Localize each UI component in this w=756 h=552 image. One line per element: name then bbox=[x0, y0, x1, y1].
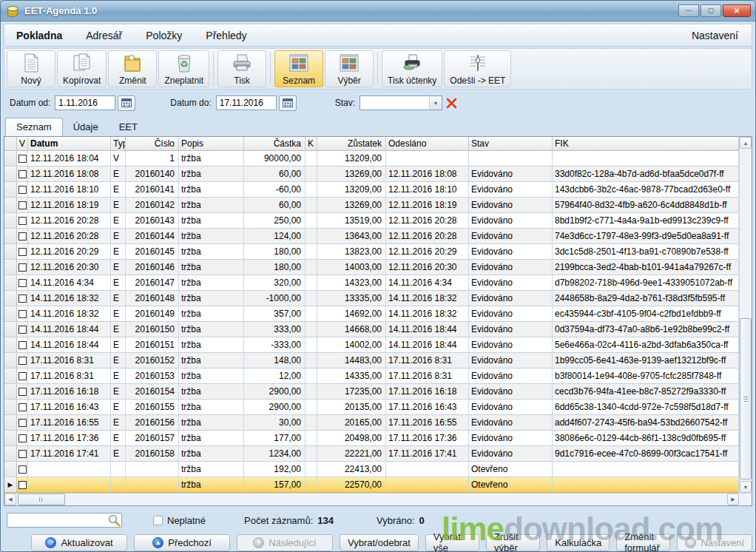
send-eet-button[interactable]: Odešli -> EET bbox=[444, 50, 511, 87]
table-row[interactable]: 12.11.2016 20:30E20160146tržba180,001400… bbox=[4, 260, 739, 275]
table-row[interactable]: 12.11.2016 20:28E20160144tržba124,001364… bbox=[4, 229, 739, 244]
row-checkbox[interactable] bbox=[18, 279, 27, 287]
table-row[interactable]: ▶tržba157,0022570,00Otevřeno bbox=[4, 477, 739, 493]
clear-selection-button[interactable]: Zrušit výběr bbox=[486, 534, 540, 551]
row-checkbox[interactable] bbox=[18, 263, 27, 272]
row-checkbox[interactable] bbox=[18, 310, 27, 318]
table-row[interactable]: 12.11.2016 20:28E20160143tržba250,001351… bbox=[4, 213, 739, 229]
row-checkbox[interactable] bbox=[18, 155, 27, 163]
table-row[interactable]: 14.11.2016 4:34E20160147tržba320,0014323… bbox=[4, 275, 739, 291]
date-to-calendar-button[interactable] bbox=[279, 95, 297, 111]
date-from-calendar-button[interactable] bbox=[118, 95, 135, 111]
row-checkbox[interactable] bbox=[18, 450, 27, 458]
row-checkbox[interactable] bbox=[18, 217, 27, 225]
menu-nastaveni[interactable]: Nastavení bbox=[687, 27, 743, 44]
horizontal-scrollbar[interactable]: ◀ ▶ bbox=[4, 493, 752, 505]
table-row[interactable]: 12.11.2016 18:10E20160141tržba-60,001320… bbox=[4, 182, 739, 198]
row-checkbox[interactable] bbox=[18, 170, 27, 178]
neplatne-checkbox[interactable] bbox=[153, 516, 163, 525]
row-checkbox[interactable] bbox=[18, 419, 27, 427]
new-button[interactable]: Nový bbox=[7, 50, 55, 87]
column-header-v[interactable]: V bbox=[17, 137, 28, 151]
column-header-fik[interactable]: FIK bbox=[553, 137, 739, 151]
calculator-button[interactable]: Kalkulačka bbox=[547, 534, 610, 551]
menu-polozky[interactable]: Položky bbox=[134, 27, 194, 44]
table-row[interactable]: 17.11.2016 16:55E20160156tržba30,0020165… bbox=[4, 415, 739, 431]
table-row[interactable]: 17.11.2016 16:18E20160154tržba2900,00172… bbox=[4, 384, 739, 400]
close-button[interactable]: ✕ bbox=[723, 4, 751, 17]
search-input[interactable] bbox=[7, 513, 122, 528]
column-header-odeslano[interactable]: Odesláno bbox=[386, 137, 469, 151]
row-checkbox[interactable] bbox=[18, 326, 27, 334]
row-checkbox[interactable] bbox=[18, 294, 27, 303]
change-button[interactable]: Změnit bbox=[108, 50, 157, 87]
row-checkbox[interactable] bbox=[18, 248, 27, 256]
state-combobox[interactable]: ▼ bbox=[360, 95, 442, 110]
scroll-up-button[interactable]: ▲ bbox=[740, 137, 752, 149]
change-form-button[interactable]: Změnit formulář bbox=[616, 534, 670, 551]
vertical-scrollbar[interactable]: ▲ ▼ bbox=[739, 137, 752, 493]
scroll-right-button[interactable]: ▶ bbox=[727, 494, 739, 505]
table-row[interactable]: 12.11.2016 18:04V1tržba90000,0013209,00 bbox=[4, 151, 739, 166]
table-row[interactable]: 14.11.2016 18:32E20160148tržba-1000,0013… bbox=[4, 291, 739, 306]
row-checkbox[interactable] bbox=[18, 465, 27, 474]
menu-pokladna[interactable]: Pokladna bbox=[13, 27, 74, 44]
row-checkbox[interactable] bbox=[18, 357, 27, 365]
chevron-down-icon[interactable]: ▼ bbox=[429, 96, 442, 110]
row-checkbox[interactable] bbox=[18, 201, 27, 209]
column-header-stav[interactable]: Stav bbox=[469, 137, 553, 151]
horizontal-scroll-thumb[interactable] bbox=[18, 494, 65, 505]
minimize-button[interactable]: — bbox=[678, 4, 699, 17]
table-row[interactable]: 14.11.2016 18:32E20160149tržba357,001469… bbox=[4, 306, 739, 322]
column-header-typ[interactable]: Typ bbox=[111, 137, 126, 151]
row-checkbox[interactable] bbox=[18, 388, 27, 396]
clear-state-button[interactable] bbox=[445, 97, 458, 110]
tab-udaje[interactable]: Údaje bbox=[63, 118, 109, 136]
table-row[interactable]: 12.11.2016 18:08E20160140tržba60,0013269… bbox=[4, 166, 739, 182]
invalidate-button[interactable]: ♻ Zneplatnit bbox=[158, 50, 209, 87]
select-deselect-button[interactable]: Vybrat/odebrat bbox=[340, 534, 419, 551]
table-row[interactable]: tržba192,0022413,00Otevřeno bbox=[4, 462, 739, 477]
row-checkbox[interactable] bbox=[18, 434, 27, 442]
column-header-k[interactable]: K bbox=[306, 137, 317, 151]
column-header-cislo[interactable]: Číslo bbox=[126, 137, 179, 151]
print-button[interactable]: Tisk bbox=[217, 50, 266, 87]
table-row[interactable]: 17.11.2016 17:41E20160158tržba1234,00222… bbox=[4, 446, 739, 462]
column-header-popis[interactable]: Popis bbox=[179, 137, 244, 151]
row-checkbox[interactable] bbox=[18, 232, 27, 240]
table-row[interactable]: 17.11.2016 16:43E20160155tržba2900,00201… bbox=[4, 400, 739, 415]
menu-adresar[interactable]: Adresář bbox=[74, 27, 134, 44]
restore-button[interactable]: ▢ bbox=[701, 4, 721, 17]
table-row[interactable]: 12.11.2016 18:19E20160142tržba60,0013269… bbox=[4, 198, 739, 213]
column-header-zustatek[interactable]: Zůstatek bbox=[317, 137, 386, 151]
date-to-input[interactable] bbox=[216, 95, 277, 110]
table-row[interactable]: 17.11.2016 8:31E20160153tržba12,0014335,… bbox=[4, 368, 739, 384]
table-row[interactable]: 14.11.2016 18:44E20160151tržba-333,00140… bbox=[4, 337, 739, 353]
print-receipt-button[interactable]: Tisk účtenky bbox=[382, 50, 442, 87]
column-header-datum[interactable]: Datum bbox=[28, 137, 111, 151]
vertical-scroll-thumb[interactable] bbox=[740, 318, 752, 479]
table-row[interactable]: 17.11.2016 8:31E20160152tržba148,0014483… bbox=[4, 353, 739, 368]
tab-eet[interactable]: EET bbox=[109, 118, 148, 136]
table-row[interactable]: 17.11.2016 17:36E20160157tržba177,002049… bbox=[4, 431, 739, 446]
copy-button[interactable]: Kopírovat bbox=[57, 50, 107, 87]
date-from-input[interactable] bbox=[55, 95, 115, 110]
row-checkbox[interactable] bbox=[18, 372, 27, 380]
tab-seznam[interactable]: Seznam bbox=[5, 118, 63, 136]
search-icon[interactable] bbox=[107, 514, 121, 527]
scroll-left-button[interactable]: ◀ bbox=[4, 494, 16, 505]
menu-prehledy[interactable]: Přehledy bbox=[194, 27, 258, 44]
table-row[interactable]: 12.11.2016 20:29E20160145tržba180,001382… bbox=[4, 244, 739, 260]
row-checkbox[interactable] bbox=[18, 481, 27, 489]
selection-view-button[interactable]: Výběr bbox=[325, 50, 374, 87]
select-all-button[interactable]: Vybrat vše bbox=[425, 534, 479, 551]
column-header-castka[interactable]: Částka bbox=[244, 137, 306, 151]
scroll-down-button[interactable]: ▼ bbox=[740, 481, 752, 493]
row-checkbox[interactable] bbox=[18, 403, 27, 411]
previous-button[interactable]: ▲ Předchozí bbox=[134, 534, 230, 551]
list-view-button[interactable]: Seznam bbox=[274, 50, 323, 87]
table-row[interactable]: 14.11.2016 18:44E20160150tržba333,001466… bbox=[4, 322, 739, 337]
refresh-button[interactable]: ⟳ Aktualizovat bbox=[31, 534, 127, 551]
row-checkbox[interactable] bbox=[18, 186, 27, 194]
row-checkbox[interactable] bbox=[18, 341, 27, 349]
